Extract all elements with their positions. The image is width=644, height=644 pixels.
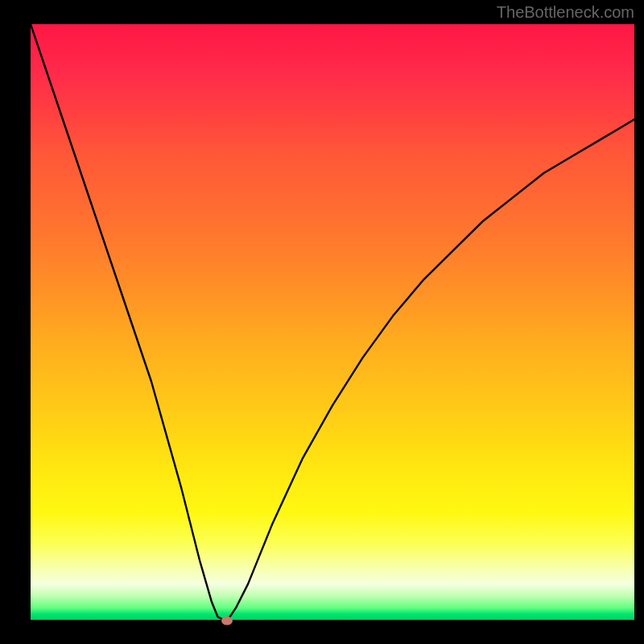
chart-curve-svg	[31, 24, 634, 620]
watermark-text: TheBottleneck.com	[497, 3, 634, 22]
optimal-point-marker	[221, 617, 233, 625]
bottleneck-curve	[31, 24, 634, 620]
chart-plot-area	[31, 24, 634, 620]
